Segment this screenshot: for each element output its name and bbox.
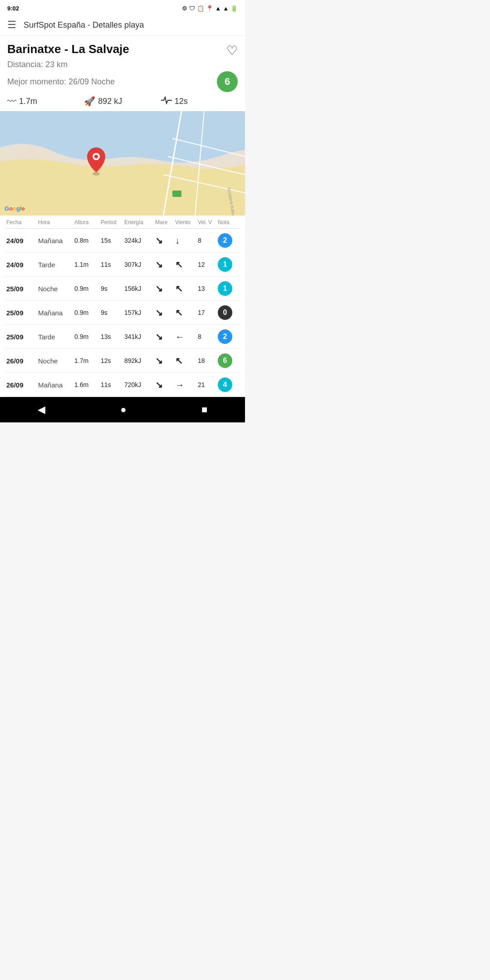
cell-energia: 307kJ (124, 261, 155, 268)
settings-icon: ⚙ (182, 5, 187, 12)
cell-period: 9s (101, 309, 124, 316)
wave-height-value: 1.7m (19, 97, 37, 106)
cell-viento: ↖ (175, 355, 198, 366)
clipboard-icon: 📋 (197, 5, 204, 12)
pulse-icon (161, 96, 172, 107)
cell-fecha: 25/09 (6, 309, 38, 317)
cell-viento: → (175, 380, 198, 390)
home-button[interactable]: ● (120, 404, 126, 416)
favorite-button[interactable]: ♡ (226, 43, 238, 58)
cell-mare: ↘ (155, 259, 175, 270)
table-row[interactable]: 26/09 Mañana 1.6m 11s 720kJ ↘ → 21 4 (5, 373, 240, 397)
beach-name: Barinatxe - La Salvaje (7, 42, 226, 56)
cell-altura: 1.7m (74, 357, 101, 364)
cell-altura: 1.6m (74, 381, 101, 388)
cell-fecha: 24/09 (6, 237, 38, 245)
stats-row: 〰 1.7m 🚀 892 kJ 12s (7, 96, 238, 107)
period-value: 12s (175, 97, 188, 106)
table-row[interactable]: 24/09 Mañana 0.8m 15s 324kJ ↘ ↓ 8 2 (5, 229, 240, 253)
cell-period: 12s (101, 357, 124, 364)
period-stat: 12s (161, 96, 238, 107)
back-button[interactable]: ◀ (38, 404, 45, 416)
cell-energia: 156kJ (124, 285, 155, 292)
cell-period: 15s (101, 237, 124, 244)
svg-rect-6 (172, 191, 181, 197)
cell-mare: ↘ (155, 355, 175, 366)
cell-velv: 21 (198, 381, 218, 388)
cell-period: 11s (101, 261, 124, 268)
cell-energia: 341kJ (124, 333, 155, 340)
header-section: Barinatxe - La Salvaje ♡ Distancia: 23 k… (0, 36, 245, 111)
cell-energia: 720kJ (124, 381, 155, 388)
cell-period: 13s (101, 333, 124, 340)
cell-mare: ↘ (155, 307, 175, 318)
shield-icon: 🛡 (189, 5, 195, 12)
cell-velv: 18 (198, 357, 218, 364)
cell-hora: Mañana (38, 381, 74, 389)
cell-fecha: 25/09 (6, 285, 38, 293)
score-badge: 6 (217, 71, 238, 92)
cell-mare: ↘ (155, 331, 175, 342)
cell-velv: 8 (198, 333, 218, 340)
cell-altura: 0.9m (74, 333, 101, 340)
cell-energia: 324kJ (124, 237, 155, 244)
rocket-icon: 🚀 (84, 96, 95, 107)
cell-fecha: 25/09 (6, 333, 38, 341)
th-fecha: Fecha (6, 219, 38, 225)
cell-fecha: 26/09 (6, 357, 38, 365)
th-hora: Hora (38, 219, 74, 225)
th-period: Period (101, 219, 124, 225)
signal-icon: ▲ (215, 5, 221, 12)
table-row[interactable]: 25/09 Mañana 0.9m 9s 157kJ ↘ ↖ 17 0 (5, 301, 240, 325)
battery-icon: 🔋 (230, 5, 238, 12)
cell-velv: 12 (198, 261, 218, 268)
cell-nota: 6 (218, 353, 232, 368)
th-viento: Viento (175, 219, 198, 225)
th-altura: Altura (74, 219, 101, 225)
cell-velv: 13 (198, 285, 218, 292)
cell-fecha: 24/09 (6, 261, 38, 269)
cell-nota: 1 (218, 257, 232, 272)
cell-energia: 157kJ (124, 309, 155, 316)
table-row[interactable]: 25/09 Noche 0.9m 9s 156kJ ↘ ↖ 13 1 (5, 277, 240, 301)
cell-nota: 2 (218, 329, 232, 344)
cell-hora: Mañana (38, 237, 74, 245)
cell-nota: 0 (218, 305, 232, 320)
cell-nota: 4 (218, 377, 232, 392)
cell-period: 11s (101, 381, 124, 388)
cell-hora: Tarde (38, 333, 74, 341)
wave-icon: 〰 (7, 96, 16, 107)
status-icons: ⚙ 🛡 📋 📍 ▲ ▲ 🔋 (182, 5, 238, 12)
table-row[interactable]: 25/09 Tarde 0.9m 13s 341kJ ↘ ← 8 2 (5, 325, 240, 349)
cell-viento: ↓ (175, 235, 198, 246)
cell-altura: 1.1m (74, 261, 101, 268)
cell-altura: 0.9m (74, 285, 101, 292)
cell-velv: 8 (198, 237, 218, 244)
cell-energia: 892kJ (124, 357, 155, 364)
cell-hora: Noche (38, 285, 74, 293)
map-container[interactable]: Arriatera Kalea Google (0, 111, 245, 216)
menu-icon[interactable]: ☰ (7, 19, 16, 31)
recent-button[interactable]: ■ (201, 404, 207, 416)
cell-nota: 2 (218, 233, 232, 248)
bottom-nav: ◀ ● ■ (0, 397, 245, 422)
location-icon: 📍 (206, 5, 213, 12)
cell-viento: ↖ (175, 283, 198, 294)
forecast-table: Fecha Hora Altura Period Energía Mare Vi… (0, 216, 245, 397)
svg-point-10 (94, 155, 98, 158)
table-header: Fecha Hora Altura Period Energía Mare Vi… (5, 216, 240, 229)
best-moment-label: Mejor momento: 26/09 Noche (7, 77, 115, 87)
table-row[interactable]: 26/09 Noche 1.7m 12s 892kJ ↘ ↖ 18 6 (5, 349, 240, 373)
cell-mare: ↘ (155, 379, 175, 390)
cell-mare: ↘ (155, 235, 175, 246)
cell-hora: Noche (38, 357, 74, 365)
cell-altura: 0.9m (74, 309, 101, 316)
cell-period: 9s (101, 285, 124, 292)
th-mare: Mare (155, 219, 175, 225)
distance-label: Distancia: 23 km (7, 60, 238, 69)
cell-altura: 0.8m (74, 237, 101, 244)
cell-hora: Tarde (38, 261, 74, 269)
table-row[interactable]: 24/09 Tarde 1.1m 11s 307kJ ↘ ↖ 12 1 (5, 253, 240, 277)
cell-velv: 17 (198, 309, 218, 316)
energy-value: 892 kJ (98, 97, 122, 106)
